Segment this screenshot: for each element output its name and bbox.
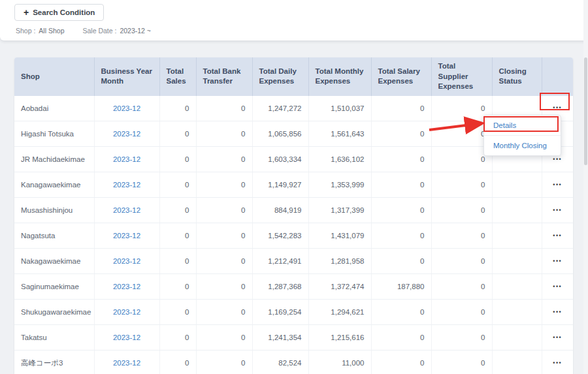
cell-supplier: 0 [431, 300, 492, 325]
cell-monthly: 1,215,616 [308, 325, 371, 351]
cell-monthly: 1,281,958 [308, 249, 371, 274]
cell-salary: 0 [371, 300, 431, 325]
business-month-link[interactable]: 2023-12 [113, 283, 140, 290]
column-header-salary: Total Salary Expenses [371, 57, 431, 96]
actions-cell: ••• [542, 351, 573, 374]
ellipsis-icon[interactable]: ••• [551, 230, 563, 242]
business-month-link[interactable]: 2023-12 [113, 359, 140, 367]
cell-daily: 1,212,491 [252, 249, 308, 274]
cell-shop: Aobadai [14, 96, 94, 121]
ellipsis-icon[interactable]: ••• [551, 179, 563, 191]
cell-salary: 0 [371, 223, 431, 249]
cell-sales: 0 [159, 325, 196, 351]
page: + Search Condition Shop : All Shop Sale … [0, 0, 588, 374]
cell-closing [492, 351, 542, 374]
cell-daily: 1,241,354 [252, 325, 308, 351]
ellipsis-icon[interactable]: ••• [551, 205, 563, 216]
cell-bank: 0 [196, 223, 252, 249]
cell-monthly: 1,636,102 [308, 147, 371, 172]
column-header-monthly: Total Monthly Expenses [308, 57, 371, 96]
ellipsis-icon[interactable]: ••• [551, 332, 563, 343]
business-month-link[interactable]: 2023-12 [113, 308, 140, 316]
cell-closing [492, 172, 542, 198]
cell-supplier: 0 [431, 274, 492, 300]
cell-month: 2023-12 [94, 300, 159, 325]
ellipsis-icon[interactable]: ••• [551, 307, 563, 318]
cell-shop: Higashi Totsuka [14, 121, 94, 147]
cell-salary: 0 [371, 198, 431, 223]
cell-monthly: 1,294,621 [308, 300, 371, 325]
cell-daily: 1,603,334 [252, 147, 308, 172]
cell-salary: 0 [371, 325, 431, 351]
cell-month: 2023-12 [94, 223, 159, 249]
cell-sales: 0 [159, 172, 196, 198]
shops-table-card: ShopBusiness Year MonthTotal SalesTotal … [14, 57, 573, 374]
column-header-closing: Closing Status [492, 57, 542, 96]
cell-daily: 1,149,927 [252, 172, 308, 198]
cell-sales: 0 [159, 198, 196, 223]
cell-supplier: 0 [431, 351, 492, 374]
actions-cell: ••• [542, 172, 573, 198]
business-month-link[interactable]: 2023-12 [113, 334, 140, 341]
cell-bank: 0 [196, 172, 252, 198]
cell-daily: 884,919 [252, 198, 308, 223]
cell-shop: Takatsu [14, 325, 94, 351]
table-row: Takatsu2023-12001,241,3541,215,61600••• [14, 325, 573, 351]
column-header-supplier: Total Supplier Expenses [431, 57, 492, 96]
ellipsis-icon[interactable]: ••• [551, 102, 563, 114]
cell-month: 2023-12 [94, 172, 159, 198]
ellipsis-icon[interactable]: ••• [551, 256, 563, 267]
cell-closing [492, 325, 542, 351]
search-condition-button[interactable]: + Search Condition [14, 4, 104, 21]
actions-cell: ••• [542, 300, 573, 325]
cell-monthly: 1,353,999 [308, 172, 371, 198]
menu-item-monthly-closing[interactable]: Monthly Closing [484, 135, 561, 155]
business-month-link[interactable]: 2023-12 [113, 130, 140, 138]
business-month-link[interactable]: 2023-12 [113, 104, 140, 112]
cell-sales: 0 [159, 147, 196, 172]
scrollbar[interactable] [583, 0, 588, 374]
cell-closing [492, 223, 542, 249]
cell-shop: Kanagawaekimae [14, 172, 94, 198]
ellipsis-icon[interactable]: ••• [551, 281, 563, 292]
column-header-shop: Shop [14, 57, 94, 96]
cell-bank: 0 [196, 198, 252, 223]
scrollbar-thumb[interactable] [584, 57, 587, 165]
cell-salary: 0 [371, 249, 431, 274]
cell-daily: 1,542,283 [252, 223, 308, 249]
business-month-link[interactable]: 2023-12 [113, 232, 140, 240]
menu-item-details[interactable]: Details [484, 116, 561, 135]
table-row: Nakagawaekimae2023-12001,212,4911,281,95… [14, 249, 573, 274]
cell-bank: 0 [196, 274, 252, 300]
cell-salary: 0 [371, 351, 431, 374]
business-month-link[interactable]: 2023-12 [113, 206, 140, 214]
filter-sale-date-label: Sale Date : [82, 27, 116, 35]
cell-closing [492, 300, 542, 325]
table-row: Musashishinjou2023-1200884,9191,317,3990… [14, 198, 573, 223]
business-month-link[interactable]: 2023-12 [113, 155, 140, 163]
cell-shop: JR Machidaekimae [14, 147, 94, 172]
filter-sale-date: Sale Date : 2023-12 ~ [82, 27, 151, 35]
cell-salary: 0 [371, 147, 431, 172]
cell-shop: Musashishinjou [14, 198, 94, 223]
cell-supplier: 0 [431, 172, 492, 198]
filter-panel: + Search Condition Shop : All Shop Sale … [0, 0, 588, 40]
cell-shop: Nakagawaekimae [14, 249, 94, 274]
cell-sales: 0 [159, 96, 196, 121]
business-month-link[interactable]: 2023-12 [113, 181, 140, 189]
cell-bank: 0 [196, 147, 252, 172]
table-row: Shukugawaraekimae2023-12001,169,2541,294… [14, 300, 573, 325]
column-header-month: Business Year Month [94, 57, 159, 96]
table-row: 高峰コーポ32023-120082,52411,00000••• [14, 351, 573, 374]
actions-cell: ••• [542, 249, 573, 274]
business-month-link[interactable]: 2023-12 [113, 257, 140, 265]
cell-monthly: 1,510,037 [308, 96, 371, 121]
cell-bank: 0 [196, 300, 252, 325]
search-condition-label: Search Condition [33, 8, 95, 16]
cell-bank: 0 [196, 351, 252, 374]
table-row: Saginumaekimae2023-12001,287,3681,372,47… [14, 274, 573, 300]
cell-closing [492, 198, 542, 223]
cell-sales: 0 [159, 249, 196, 274]
cell-month: 2023-12 [94, 96, 159, 121]
ellipsis-icon[interactable]: ••• [551, 358, 563, 369]
